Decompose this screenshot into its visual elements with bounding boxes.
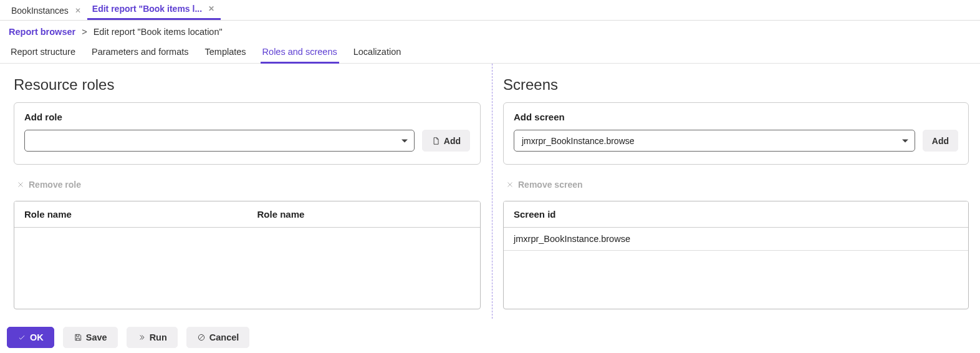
tab-label: Roles and screens	[262, 47, 337, 57]
roles-table-body	[14, 228, 480, 309]
roles-table-head: Role name Role name	[14, 201, 480, 228]
ok-button[interactable]: OK	[7, 327, 54, 348]
cell-screen-id: jmxrpr_BookInstance.browse	[504, 228, 968, 250]
chevron-right-icon	[137, 333, 146, 342]
button-label: Add	[444, 136, 461, 146]
sub-tabs: Report structure Parameters and formats …	[0, 42, 980, 64]
add-screen-button[interactable]: Add	[923, 130, 958, 152]
save-button[interactable]: Save	[63, 327, 118, 348]
add-screen-panel: Add screen jmxrpr_BookInstance.browse Ad…	[503, 102, 969, 165]
button-label: Remove screen	[518, 180, 583, 190]
add-screen-label: Add screen	[514, 112, 958, 122]
screens-toolbar: Remove screen	[503, 176, 969, 193]
add-role-panel: Add role Add	[14, 102, 481, 165]
role-combobox[interactable]	[24, 130, 415, 152]
tab-templates[interactable]: Templates	[203, 42, 248, 63]
tab-label: Localization	[353, 47, 401, 57]
tab-label: Templates	[205, 47, 246, 57]
breadcrumb-root-link[interactable]: Report browser	[9, 27, 75, 37]
column-header[interactable]: Role name	[247, 201, 481, 227]
screen-combobox-value: jmxrpr_BookInstance.browse	[522, 136, 635, 146]
window-tab-label: BookInstances	[11, 6, 69, 16]
resource-roles-pane: Resource roles Add role Add Remove role	[0, 70, 492, 353]
add-role-label: Add role	[24, 112, 470, 122]
x-icon	[506, 180, 514, 189]
button-label: Cancel	[209, 332, 239, 342]
tab-report-structure[interactable]: Report structure	[9, 42, 77, 63]
tab-roles-and-screens[interactable]: Roles and screens	[261, 42, 339, 63]
window-tabs: BookInstances ✕ Edit report "Book items …	[0, 0, 980, 21]
button-label: Run	[150, 332, 167, 342]
section-title-screens: Screens	[503, 76, 969, 94]
tab-label: Parameters and formats	[92, 47, 189, 57]
screen-combobox[interactable]: jmxrpr_BookInstance.browse	[514, 130, 915, 152]
column-header[interactable]: Role name	[14, 201, 247, 227]
breadcrumb-current: Edit report "Book items location"	[94, 27, 223, 37]
button-label: Remove role	[29, 180, 81, 190]
main-content: Resource roles Add role Add Remove role	[0, 64, 980, 353]
remove-role-button[interactable]: Remove role	[16, 176, 81, 193]
tab-localization[interactable]: Localization	[352, 42, 403, 63]
add-role-button[interactable]: Add	[422, 130, 470, 152]
screens-table-head: Screen id	[504, 201, 968, 228]
table-empty-space	[504, 251, 968, 307]
chevron-down-icon	[401, 139, 408, 142]
section-title-roles: Resource roles	[14, 76, 481, 94]
footer-actions: OK Save Run Cancel	[7, 327, 249, 353]
close-icon[interactable]: ✕	[75, 7, 81, 14]
run-button[interactable]: Run	[127, 327, 178, 348]
check-icon	[17, 333, 26, 342]
document-icon	[431, 137, 440, 145]
roles-table: Role name Role name	[14, 201, 481, 309]
close-icon[interactable]: ✕	[208, 5, 214, 12]
cancel-button[interactable]: Cancel	[186, 327, 250, 348]
breadcrumb: Report browser > Edit report "Book items…	[0, 21, 980, 42]
remove-screen-button[interactable]: Remove screen	[506, 176, 583, 193]
screens-pane: Screens Add screen jmxrpr_BookInstance.b…	[492, 70, 980, 353]
button-label: Add	[932, 136, 949, 146]
column-header[interactable]: Screen id	[504, 201, 968, 227]
button-label: Save	[86, 332, 107, 342]
x-icon	[16, 180, 25, 189]
roles-toolbar: Remove role	[14, 176, 481, 193]
table-row[interactable]: jmxrpr_BookInstance.browse	[504, 228, 968, 251]
window-tab-edit-report[interactable]: Edit report "Book items l... ✕	[87, 0, 221, 20]
window-tab-label: Edit report "Book items l...	[92, 4, 202, 14]
splitter[interactable]	[492, 64, 492, 319]
save-icon	[74, 333, 82, 342]
screens-table-body: jmxrpr_BookInstance.browse	[504, 228, 968, 309]
chevron-down-icon	[902, 139, 908, 142]
button-label: OK	[30, 332, 44, 342]
tab-label: Report structure	[11, 47, 75, 57]
cancel-icon	[197, 333, 206, 342]
tab-parameters-and-formats[interactable]: Parameters and formats	[90, 42, 191, 63]
screens-table: Screen id jmxrpr_BookInstance.browse	[503, 201, 969, 309]
window-tab-bookinstances[interactable]: BookInstances ✕	[6, 1, 87, 20]
breadcrumb-separator: >	[82, 27, 87, 37]
